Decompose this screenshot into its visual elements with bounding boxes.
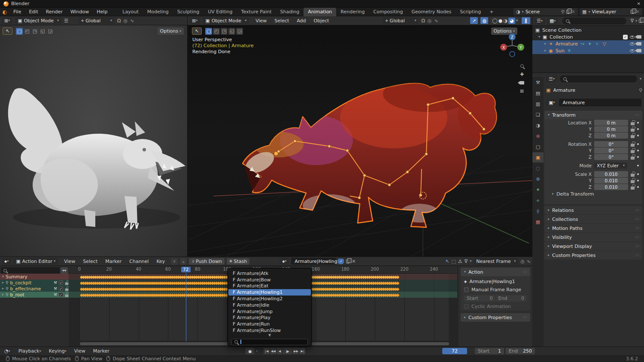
manual-frame-range-checkbox[interactable] bbox=[464, 287, 469, 292]
workspace-tab-animation[interactable]: Animation bbox=[304, 8, 336, 16]
camera-view-icon[interactable] bbox=[519, 81, 524, 84]
transform-value-field[interactable]: 0.010 bbox=[594, 184, 628, 190]
editor-type-button[interactable]: ☰▾ bbox=[546, 75, 557, 82]
transform-orientation[interactable]: ⌖Global▾ bbox=[79, 17, 115, 24]
panel-relations[interactable]: ▸Relations∷∷ bbox=[544, 206, 642, 214]
new-collection-icon[interactable] bbox=[639, 19, 642, 23]
workspace-tab-uv-editing[interactable]: UV Editing bbox=[204, 8, 237, 16]
panel-grip-icon[interactable]: ∷∷ bbox=[635, 226, 639, 230]
transform-panel-header[interactable]: ▾ Transform ∷∷ bbox=[544, 111, 642, 119]
unlink-action-icon[interactable]: ✕ bbox=[352, 259, 355, 264]
dopesheet-menu-marker[interactable]: Marker bbox=[101, 257, 125, 265]
frame-end-field[interactable]: End250 bbox=[506, 348, 535, 354]
action-item-f-armature-play[interactable]: F Armature|Play bbox=[228, 315, 311, 321]
channel-enable-checkbox[interactable]: ✓ bbox=[59, 281, 63, 285]
modifier-wrench-icon[interactable]: ⚒ bbox=[54, 281, 57, 285]
properties-tab-view-layer[interactable]: ❏ bbox=[532, 109, 544, 120]
action-item-f-armature-run[interactable]: F Armature|Run bbox=[228, 321, 311, 327]
expand-icon[interactable]: ▾ bbox=[538, 35, 540, 39]
animate-property-dot[interactable] bbox=[637, 128, 639, 130]
properties-tab-tool[interactable]: ⚒ bbox=[532, 77, 544, 87]
only-selected-icon[interactable]: ↖ bbox=[445, 259, 449, 264]
properties-tab-collection[interactable]: ▢ bbox=[532, 142, 544, 152]
view-menu-icon[interactable]: ☰ bbox=[64, 18, 68, 24]
action-item-f-armature-eat[interactable]: F Armature|Eat bbox=[228, 283, 311, 290]
pin-channel-icon[interactable]: ⚲ bbox=[6, 293, 9, 297]
shading-wireframe-icon[interactable]: ◯ bbox=[492, 18, 497, 24]
display-mode-button[interactable]: ▦▾ bbox=[547, 18, 558, 24]
channel-filter-toggle[interactable]: ↔ bbox=[61, 267, 68, 274]
toggle-ortho-icon[interactable]: ⊞ bbox=[520, 88, 524, 94]
play-button[interactable]: ▶ bbox=[283, 348, 292, 354]
zoom-view-icon[interactable] bbox=[520, 64, 524, 68]
unlink-scene-icon[interactable]: ✕ bbox=[571, 9, 575, 15]
navigation-gizmo[interactable]: Z X Y bbox=[498, 32, 526, 59]
lock-icon[interactable] bbox=[631, 157, 635, 160]
properties-tab-bone[interactable]: ⟡ bbox=[532, 195, 544, 205]
editor-type-button[interactable]: ◆▾ bbox=[2, 258, 11, 265]
close-window-button[interactable]: ✕ bbox=[637, 1, 641, 6]
pin-icon[interactable]: ⚲ bbox=[561, 9, 565, 15]
properties-search[interactable] bbox=[560, 75, 637, 82]
workspace-tab-layout[interactable]: Layout bbox=[118, 8, 143, 16]
fake-user-toggle-icon[interactable]: ✓ bbox=[338, 259, 344, 264]
channel-lock-icon[interactable] bbox=[65, 289, 69, 291]
lock-icon[interactable] bbox=[631, 180, 635, 183]
workspace-tab-texture-paint[interactable]: Texture Paint bbox=[237, 8, 276, 16]
action-item-f-armature-howling2[interactable]: F Armature|Howling2 bbox=[228, 296, 311, 302]
properties-tab-physics[interactable]: ◌ bbox=[532, 163, 544, 173]
playback-menu-playback[interactable]: Playback ▾ bbox=[15, 347, 45, 356]
breadcrumb-object[interactable]: Armature bbox=[553, 87, 575, 93]
animate-property-dot[interactable] bbox=[637, 165, 639, 166]
panel-grip-icon[interactable]: ∷∷ bbox=[635, 217, 639, 221]
transform-value-field[interactable]: 0.010 bbox=[594, 171, 628, 177]
viewport-menu-add[interactable]: Add bbox=[293, 16, 310, 25]
new-scene-icon[interactable] bbox=[566, 10, 570, 14]
viewport-right[interactable]: ⊞▾ ▣Object Mode▾ ViewSelectAddObject ⌖Gl… bbox=[188, 16, 532, 256]
panel-grip-icon[interactable]: ∷∷ bbox=[523, 270, 527, 274]
workspace-tab-shading[interactable]: Shading bbox=[276, 8, 304, 16]
action-name-field[interactable]: Armature|Howling1 bbox=[291, 258, 336, 265]
transform-value-field[interactable]: 0 m bbox=[594, 120, 628, 126]
show-hidden-icon[interactable]: ⬚ bbox=[452, 259, 456, 264]
proportional-edit-icon[interactable]: ◎ bbox=[428, 18, 432, 24]
pin-channel-icon[interactable]: ⚲ bbox=[6, 281, 9, 285]
transform-value-field[interactable]: 0° bbox=[594, 141, 628, 147]
channel-enable-checkbox[interactable]: ✓ bbox=[59, 293, 63, 297]
channel-lock-icon[interactable] bbox=[65, 283, 69, 285]
mode-selector[interactable]: ▣Object Mode▾ bbox=[203, 17, 249, 24]
expand-icon[interactable]: ▾ bbox=[2, 275, 4, 278]
play-reverse-button[interactable]: ◀ bbox=[276, 348, 283, 354]
mode-selector[interactable]: ▣Object Mode▾ bbox=[15, 17, 61, 24]
panel-grip-icon[interactable]: ∷∷ bbox=[635, 208, 639, 212]
playback-menu-view[interactable]: View bbox=[70, 347, 89, 356]
channel-enable-checkbox[interactable]: ✓ bbox=[59, 287, 63, 291]
properties-tab-data[interactable]: ✶ bbox=[532, 184, 544, 195]
panel-motion-paths[interactable]: ▸Motion Paths∷∷ bbox=[544, 224, 642, 232]
dopesheet-mode-selector[interactable]: ▣Action Editor▾ bbox=[13, 258, 58, 265]
channel-b-effectname[interactable]: ▸⚲b_effectname⚒✓ bbox=[0, 286, 69, 292]
properties-tab-scene[interactable]: ◑ bbox=[532, 120, 544, 130]
collection-checkbox[interactable]: ✓ bbox=[623, 35, 628, 39]
workspace-tab-geometry-nodes[interactable]: Geometry Nodes bbox=[407, 8, 456, 16]
filter-icon[interactable]: ∇ bbox=[631, 18, 634, 24]
show-overlays-icon[interactable]: ◍ bbox=[480, 17, 488, 24]
disable-in-render-icon[interactable] bbox=[637, 35, 641, 39]
cyclic-animation-checkbox[interactable] bbox=[464, 304, 469, 309]
outliner-row-collection[interactable]: ▾▣Collection✓ bbox=[532, 33, 644, 40]
action-end-field[interactable]: End0 bbox=[496, 295, 527, 302]
app-menu-help[interactable]: Help bbox=[93, 8, 111, 16]
properties-tab-render[interactable]: ▤ bbox=[532, 88, 544, 98]
action-item-f-armature-jump[interactable]: F Armature|Jump bbox=[228, 308, 311, 315]
properties-tab-constraints[interactable]: ⊛ bbox=[532, 174, 544, 184]
viewport-menu-select[interactable]: Select bbox=[270, 16, 293, 25]
animate-property-dot[interactable] bbox=[637, 122, 639, 124]
disable-in-render-icon[interactable] bbox=[637, 49, 641, 52]
sidebar-action-name[interactable]: Armature|Howling1 bbox=[469, 279, 515, 284]
pause-render-button[interactable]: ∥ bbox=[522, 17, 530, 24]
jump-prev-keyframe-button[interactable]: ◀◀ bbox=[270, 348, 276, 354]
animate-property-dot[interactable] bbox=[637, 150, 639, 151]
panel-grip-icon[interactable]: ∷∷ bbox=[635, 235, 639, 239]
hide-in-viewport-icon[interactable] bbox=[630, 42, 635, 45]
viewport-left[interactable]: ⊞▾ ▣Object Mode▾ ☰ ⌖Global▾ Ω ◎ ∿ ↖ ▢◰◳◱… bbox=[0, 16, 188, 256]
